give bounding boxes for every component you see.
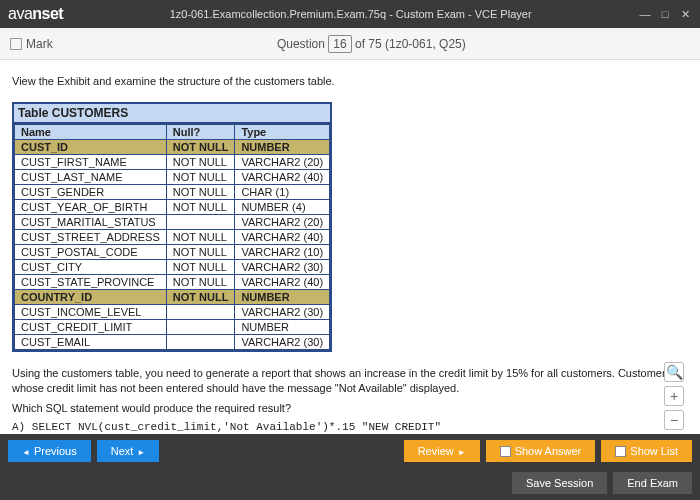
table-cell xyxy=(166,215,235,230)
scenario-text: Using the customers table, you need to g… xyxy=(12,366,688,395)
table-cell: CUST_CITY xyxy=(15,260,167,275)
table-header: Name xyxy=(15,125,167,140)
window-title: 1z0-061.Examcollection.Premium.Exam.75q … xyxy=(63,8,638,20)
exhibit-table: Table CUSTOMERS NameNull?Type CUST_IDNOT… xyxy=(12,102,332,352)
table-cell: VARCHAR2 (40) xyxy=(235,275,330,290)
next-button[interactable]: Next xyxy=(97,440,160,462)
show-answer-button[interactable]: Show Answer xyxy=(486,440,596,462)
table-cell xyxy=(166,335,235,350)
table-cell: NOT NULL xyxy=(166,245,235,260)
table-header: Null? xyxy=(166,125,235,140)
question-text: Which SQL statement would produce the re… xyxy=(12,401,688,415)
table-row: CUST_CITYNOT NULLVARCHAR2 (30) xyxy=(15,260,330,275)
table-cell: CUST_INCOME_LEVEL xyxy=(15,305,167,320)
table-cell: CUST_MARITIAL_STATUS xyxy=(15,215,167,230)
show-list-checkbox[interactable] xyxy=(615,446,626,457)
toolbar: Mark Question 16 of 75 (1z0-061, Q25) xyxy=(0,28,700,60)
table-cell: VARCHAR2 (10) xyxy=(235,245,330,260)
table-cell: NOT NULL xyxy=(166,140,235,155)
table-row: CUST_STATE_PROVINCENOT NULLVARCHAR2 (40) xyxy=(15,275,330,290)
mark-label: Mark xyxy=(26,37,53,51)
bottom-bar: Previous Next Review Show Answer Show Li… xyxy=(0,434,700,500)
table-cell: CUST_STATE_PROVINCE xyxy=(15,275,167,290)
table-cell: CUST_POSTAL_CODE xyxy=(15,245,167,260)
table-row: CUST_STREET_ADDRESSNOT NULLVARCHAR2 (40) xyxy=(15,230,330,245)
table-cell: VARCHAR2 (20) xyxy=(235,155,330,170)
table-cell: NOT NULL xyxy=(166,200,235,215)
table-row: CUST_POSTAL_CODENOT NULLVARCHAR2 (10) xyxy=(15,245,330,260)
table-cell: NUMBER xyxy=(235,290,330,305)
zoom-out-button[interactable]: − xyxy=(664,410,684,430)
table-cell: COUNTRY_ID xyxy=(15,290,167,305)
table-cell: VARCHAR2 (30) xyxy=(235,305,330,320)
table-cell: CUST_LAST_NAME xyxy=(15,170,167,185)
table-cell: CUST_ID xyxy=(15,140,167,155)
table-row: CUST_IDNOT NULLNUMBER xyxy=(15,140,330,155)
table-cell: VARCHAR2 (30) xyxy=(235,260,330,275)
table-row: CUST_EMAILVARCHAR2 (30) xyxy=(15,335,330,350)
table-cell: CUST_FIRST_NAME xyxy=(15,155,167,170)
table-cell: NOT NULL xyxy=(166,185,235,200)
search-icon[interactable]: 🔍 xyxy=(664,362,684,382)
minimize-icon[interactable]: — xyxy=(638,7,652,21)
customers-table: NameNull?Type CUST_IDNOT NULLNUMBERCUST_… xyxy=(14,124,330,350)
instruction-text: View the Exhibit and examine the structu… xyxy=(12,74,688,88)
mark-checkbox[interactable] xyxy=(10,38,22,50)
table-cell: NUMBER xyxy=(235,140,330,155)
table-cell: NUMBER xyxy=(235,320,330,335)
table-cell: NOT NULL xyxy=(166,290,235,305)
previous-button[interactable]: Previous xyxy=(8,440,91,462)
table-cell: CUST_CREDIT_LIMIT xyxy=(15,320,167,335)
table-row: CUST_GENDERNOT NULLCHAR (1) xyxy=(15,185,330,200)
table-cell: VARCHAR2 (30) xyxy=(235,335,330,350)
app-logo: avanset xyxy=(8,5,63,23)
table-cell: NOT NULL xyxy=(166,170,235,185)
content-area[interactable]: View the Exhibit and examine the structu… xyxy=(0,60,700,434)
table-cell: VARCHAR2 (20) xyxy=(235,215,330,230)
zoom-in-button[interactable]: + xyxy=(664,386,684,406)
review-button[interactable]: Review xyxy=(404,440,480,462)
option-a[interactable]: A) SELECT NVL(cust_credit_limit,'Not Ava… xyxy=(12,421,688,434)
end-exam-button[interactable]: End Exam xyxy=(613,472,692,494)
show-answer-checkbox[interactable] xyxy=(500,446,511,457)
table-cell: NUMBER (4) xyxy=(235,200,330,215)
table-cell: NOT NULL xyxy=(166,155,235,170)
table-row: CUST_FIRST_NAMENOT NULLVARCHAR2 (20) xyxy=(15,155,330,170)
window-controls: — □ ✕ xyxy=(638,7,692,21)
close-icon[interactable]: ✕ xyxy=(678,7,692,21)
table-cell: NOT NULL xyxy=(166,275,235,290)
save-session-button[interactable]: Save Session xyxy=(512,472,607,494)
table-row: CUST_LAST_NAMENOT NULLVARCHAR2 (40) xyxy=(15,170,330,185)
table-cell: CHAR (1) xyxy=(235,185,330,200)
title-bar: avanset 1z0-061.Examcollection.Premium.E… xyxy=(0,0,700,28)
question-indicator: Question 16 of 75 (1z0-061, Q25) xyxy=(53,37,690,51)
table-row: COUNTRY_IDNOT NULLNUMBER xyxy=(15,290,330,305)
table-row: CUST_YEAR_OF_BIRTHNOT NULLNUMBER (4) xyxy=(15,200,330,215)
question-number: 16 xyxy=(328,35,351,53)
table-cell: CUST_STREET_ADDRESS xyxy=(15,230,167,245)
maximize-icon[interactable]: □ xyxy=(658,7,672,21)
table-row: CUST_MARITIAL_STATUSVARCHAR2 (20) xyxy=(15,215,330,230)
table-cell xyxy=(166,320,235,335)
table-cell: NOT NULL xyxy=(166,260,235,275)
table-header: Type xyxy=(235,125,330,140)
table-cell: CUST_YEAR_OF_BIRTH xyxy=(15,200,167,215)
table-cell: NOT NULL xyxy=(166,230,235,245)
show-list-button[interactable]: Show List xyxy=(601,440,692,462)
zoom-controls: 🔍 + − xyxy=(664,362,684,430)
table-row: CUST_INCOME_LEVELVARCHAR2 (30) xyxy=(15,305,330,320)
table-cell: VARCHAR2 (40) xyxy=(235,170,330,185)
table-title: Table CUSTOMERS xyxy=(14,104,330,124)
table-cell: CUST_EMAIL xyxy=(15,335,167,350)
table-cell: CUST_GENDER xyxy=(15,185,167,200)
table-cell: VARCHAR2 (40) xyxy=(235,230,330,245)
table-cell xyxy=(166,305,235,320)
table-row: CUST_CREDIT_LIMITNUMBER xyxy=(15,320,330,335)
